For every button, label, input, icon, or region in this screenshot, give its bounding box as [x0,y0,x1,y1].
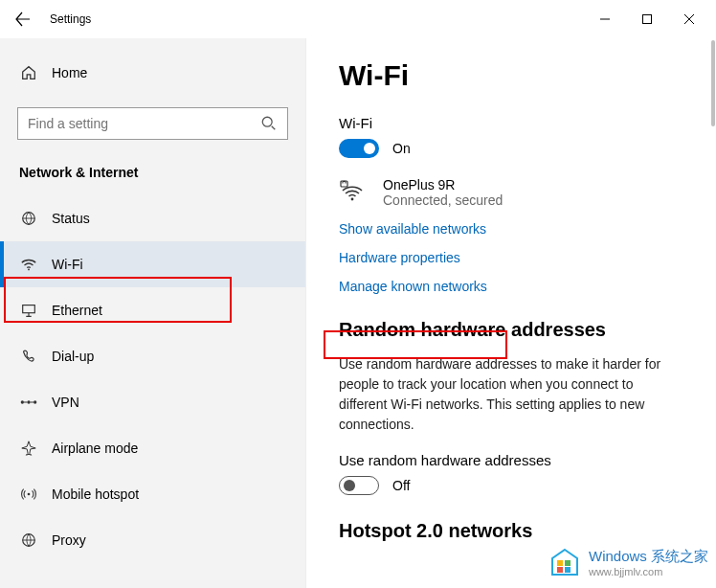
random-hw-toggle-state: Off [392,478,410,493]
nav-proxy[interactable]: Proxy [0,517,305,563]
nav-item-label: Wi-Fi [52,257,83,272]
watermark: Windows 系统之家 www.bjjmlv.com [548,546,708,578]
watermark-logo-icon [548,546,581,578]
home-icon [19,63,38,82]
main-panel: Wi-Fi Wi-Fi On OnePlus 9R Connected, sec… [306,38,716,588]
search-input[interactable] [18,108,287,139]
link-manage-known-networks[interactable]: Manage known networks [339,279,683,294]
search-box[interactable] [17,107,288,140]
wifi-toggle-state: On [392,141,411,156]
hotspot-icon [19,485,38,504]
close-button[interactable] [668,2,710,36]
random-hw-toggle[interactable] [339,476,379,495]
vpn-icon [19,393,38,412]
nav-wifi[interactable]: Wi-Fi [0,241,305,287]
nav-item-label: Proxy [52,532,86,548]
svg-rect-12 [557,560,563,566]
svg-point-6 [27,400,30,403]
airplane-icon [19,439,38,458]
scrollbar[interactable] [711,40,715,126]
wifi-toggle[interactable] [339,139,379,158]
random-hw-title: Random hardware addresses [339,319,683,341]
svg-point-3 [28,269,30,271]
svg-point-7 [34,400,36,403]
minimize-button[interactable] [584,2,626,36]
nav-item-label: Ethernet [52,303,102,318]
svg-rect-14 [557,567,563,573]
svg-point-1 [262,117,272,126]
window-title: Settings [50,12,91,26]
watermark-line2: www.bjjmlv.com [589,566,708,577]
back-button[interactable] [6,2,40,36]
watermark-line1: Windows 系统之家 [589,548,708,566]
nav-dialup[interactable]: Dial-up [0,333,305,379]
hotspot-title: Hotspot 2.0 networks [339,520,683,542]
svg-rect-15 [565,567,571,573]
random-hw-toggle-label: Use random hardware addresses [339,452,683,468]
page-title: Wi-Fi [339,59,683,92]
nav-home-label: Home [52,65,87,80]
proxy-icon [19,531,38,550]
dialup-icon [19,347,38,366]
sidebar: Home Network & Internet Status [0,38,306,588]
nav-item-label: Dial-up [52,349,94,364]
nav-item-label: Mobile hotspot [52,486,139,502]
link-hardware-properties[interactable]: Hardware properties [339,250,683,265]
svg-point-8 [28,493,31,496]
sidebar-section-header: Network & Internet [0,140,305,195]
nav-hotspot[interactable]: Mobile hotspot [0,471,305,517]
titlebar: Settings [0,0,716,38]
wifi-heading: Wi-Fi [339,115,683,131]
svg-rect-13 [565,560,571,566]
nav-item-label: Airplane mode [52,441,138,456]
svg-rect-4 [23,305,35,313]
nav-vpn[interactable]: VPN [0,379,305,425]
status-icon [19,209,38,228]
nav-airplane[interactable]: Airplane mode [0,425,305,471]
svg-point-5 [21,400,24,403]
wifi-secured-icon [339,177,368,206]
maximize-button[interactable] [626,2,668,36]
network-status: Connected, secured [383,192,503,208]
network-name: OnePlus 9R [383,177,503,192]
nav-status[interactable]: Status [0,195,305,241]
search-icon [260,115,280,134]
wifi-icon [19,255,38,274]
random-hw-body: Use random hardware addresses to make it… [339,354,683,435]
nav-ethernet[interactable]: Ethernet [0,287,305,333]
nav-item-label: VPN [52,395,79,410]
svg-point-10 [351,198,354,201]
nav-item-label: Status [52,211,90,226]
link-show-networks[interactable]: Show available networks [339,221,683,237]
nav-home[interactable]: Home [0,56,305,90]
ethernet-icon [19,301,38,320]
current-network[interactable]: OnePlus 9R Connected, secured [339,177,683,208]
svg-rect-0 [643,15,652,24]
